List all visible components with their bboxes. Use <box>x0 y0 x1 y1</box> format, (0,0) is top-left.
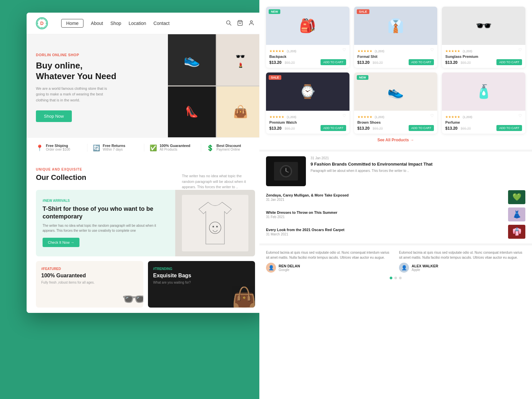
product-badge-4: NEW <box>357 75 368 80</box>
product-name-5: Perfume <box>445 120 522 124</box>
discount-icon: 💲 <box>206 144 214 152</box>
blog-section: 31 Jan 2021 9 Fashion Brands Committed t… <box>259 150 532 243</box>
featured-card: #FEATURED 100% Guaranteed Fully fresh ,r… <box>36 261 143 308</box>
product-heart-4[interactable]: ♡ <box>430 113 434 118</box>
product-rating-count-4: (1,203) <box>375 115 384 119</box>
product-card-3: ⌚ SALE ★★★★★ (1,203) ♡ Premium Watch $13… <box>266 72 349 134</box>
nav-shop[interactable]: Shop <box>110 20 121 26</box>
product-name-2: Sunglass Premium <box>445 55 522 59</box>
testimonial-avatar-1: 👤 <box>399 263 409 273</box>
blog-item-thumb-2: 👘 <box>508 225 525 239</box>
product-name-3: Premium Watch <box>269 120 346 124</box>
blog-featured-title: 9 Fashion Brands Committed to Environmen… <box>311 162 525 167</box>
product-badge-3: SALE <box>269 75 281 80</box>
add-to-cart-button-0[interactable]: ADD TO CART <box>321 59 346 65</box>
nav-location[interactable]: Location <box>129 20 146 26</box>
product-price-4: $13.20 <box>357 126 370 131</box>
blog-featured-content: 31 Jan 2021 9 Fashion Brands Committed t… <box>311 156 525 186</box>
nav-links: Home About Shop Location Contact <box>61 20 219 26</box>
product-price-5: $13.20 <box>445 126 458 131</box>
svg-point-4 <box>37 23 38 24</box>
product-old-price-5: $66.20 <box>461 127 471 130</box>
search-icon[interactable] <box>226 20 232 27</box>
product-pricing-3: $13.20 $66.20 ADD TO CART <box>269 125 346 131</box>
product-body-5: ★★★★★ (1,203) ♡ Perfume $13.20 $66.20 AD… <box>442 111 525 134</box>
add-to-cart-button-3[interactable]: ADD TO CART <box>321 125 346 131</box>
add-to-cart-button-2[interactable]: ADD TO CART <box>496 59 522 65</box>
products-grid: 🎒 NEW ★★★★★ (1,203) ♡ Backpack $13.20 $6… <box>266 7 525 134</box>
collage-bag: 👜 <box>217 86 265 138</box>
dot-2[interactable] <box>394 277 397 279</box>
product-name-0: Backpack <box>269 55 346 59</box>
navbar: D Home About Shop Location <box>27 13 264 34</box>
blog-item-date-0: 31 Jan 2021 <box>266 198 505 201</box>
product-image-2: 🕶️ <box>442 7 525 45</box>
dot-3[interactable] <box>399 277 402 279</box>
product-card-2: 🕶️ ★★★★★ (1,203) ♡ Sunglass Premium $13.… <box>442 7 525 68</box>
product-old-price-0: $66.20 <box>285 61 295 65</box>
tshirt-title: T-Shirt for those of you who want to be … <box>43 205 169 221</box>
add-to-cart-button-4[interactable]: ADD TO CART <box>409 125 434 131</box>
nav-about[interactable]: About <box>91 20 103 26</box>
product-pricing-5: $13.20 $66.20 ADD TO CART <box>445 125 522 131</box>
trending-card: #TRENDING Exquisite Bags What are you wa… <box>148 261 255 308</box>
returns-icon: 🔄 <box>93 144 100 152</box>
product-pricing-1: $13.20 $66.20 ADD TO CART <box>357 59 434 65</box>
nav-home[interactable]: Home <box>61 20 83 26</box>
blog-item-date-1: 31 Feb 2021 <box>266 215 505 219</box>
product-heart-0[interactable]: ♡ <box>342 48 346 52</box>
product-price-3: $13.20 <box>269 126 282 131</box>
product-badge-0: NEW <box>269 9 280 14</box>
svg-point-6 <box>226 21 230 24</box>
nav-contact[interactable]: Contact <box>154 20 170 26</box>
product-heart-5[interactable]: ♡ <box>518 113 522 118</box>
cart-icon[interactable] <box>237 20 244 27</box>
product-name-4: Brown Shoes <box>357 120 434 124</box>
collage-accessories: 🕶️💄 <box>217 34 265 85</box>
collage-shoes2: 👠 <box>168 86 216 138</box>
logo[interactable]: D <box>36 17 48 29</box>
shop-now-button[interactable]: Shop Now <box>36 110 72 122</box>
feature-returns: 🔄 Free Returns Within 7 days <box>90 144 144 152</box>
testimonial-avatar-0: 👤 <box>266 263 276 273</box>
product-heart-3[interactable]: ♡ <box>342 113 346 118</box>
product-price-1: $13.20 <box>357 60 370 65</box>
blog-item-content-1: White Dresses to Throw on This Summer 31… <box>266 210 505 218</box>
featured-tag: #FEATURED <box>41 267 138 271</box>
product-rating-count-5: (1,203) <box>463 115 472 119</box>
feature-shipping: 📍 Free Shiping Order over $100 <box>33 144 87 152</box>
product-rating-count-1: (1,203) <box>375 50 384 53</box>
add-to-cart-button-1[interactable]: ADD TO CART <box>409 59 434 65</box>
blog-item-2: Every Look from the 2021 Oscars Red Carp… <box>266 225 525 239</box>
blog-item-title-0: Zendaya, Carey Mulligan, & More Take Exp… <box>266 193 505 198</box>
product-body-3: ★★★★★ (1,203) ♡ Premium Watch $13.20 $66… <box>266 111 349 134</box>
product-rating-count-0: (1,203) <box>287 50 296 53</box>
product-pricing-4: $13.20 $66.20 ADD TO CART <box>357 125 434 131</box>
trending-title: Exquisite Bags <box>153 273 250 279</box>
see-all-link[interactable]: See All Products → <box>266 134 525 146</box>
product-badge-1: SALE <box>357 9 369 14</box>
svg-point-2 <box>42 19 43 20</box>
blog-featured: 31 Jan 2021 9 Fashion Brands Committed t… <box>266 156 525 186</box>
product-rating-count-3: (1,203) <box>287 115 296 119</box>
svg-point-9 <box>250 21 252 23</box>
dot-1[interactable] <box>390 277 392 279</box>
blog-featured-excerpt: Paragraph will be about when it appears.… <box>311 169 525 173</box>
add-to-cart-button-5[interactable]: ADD TO CART <box>496 125 522 131</box>
hero-collage: 👟 🕶️💄 👠 👜 <box>168 34 264 137</box>
bottom-cards: #FEATURED 100% Guaranteed Fully fresh ,r… <box>36 261 255 308</box>
hero-title: Buy online, Whatever You Need <box>36 60 159 82</box>
product-heart-2[interactable]: ♡ <box>518 48 522 52</box>
hero-section: DORLIN ONLINE SHOP Buy online, Whatever … <box>27 34 264 137</box>
hero-image: 👟 🕶️💄 👠 👜 <box>168 34 264 137</box>
product-old-price-3: $66.20 <box>285 127 295 130</box>
testimonial-1: Eulomod lacinia at quis risus sed vulput… <box>399 250 525 273</box>
check-it-now-button[interactable]: Check It Now → <box>43 238 79 247</box>
author-company-0: Google <box>279 268 300 272</box>
product-stars-4: ★★★★★ <box>357 115 372 119</box>
product-stars-1: ★★★★★ <box>357 49 372 53</box>
product-rating-count-2: (1,203) <box>463 50 472 53</box>
product-heart-1[interactable]: ♡ <box>430 48 434 52</box>
user-icon[interactable] <box>248 20 255 27</box>
product-body-2: ★★★★★ (1,203) ♡ Sunglass Premium $13.20 … <box>442 45 525 68</box>
